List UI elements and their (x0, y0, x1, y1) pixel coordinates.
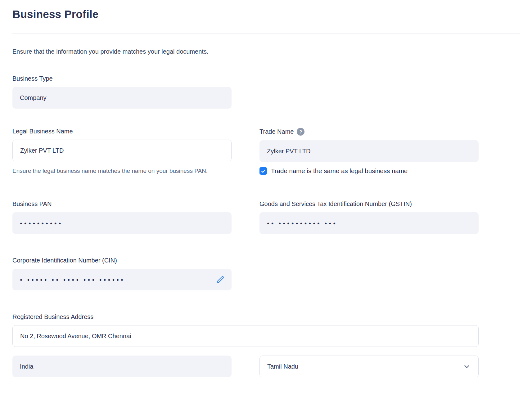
trade-name-value: Zylker PVT LTD (267, 148, 310, 155)
names-row: Legal Business Name Zylker PVT LTD Ensur… (12, 128, 520, 176)
business-type-section: Business Type Company (12, 75, 520, 109)
page-title: Business Profile (12, 0, 520, 20)
trade-name-checkbox-row: Trade name is the same as legal business… (259, 167, 479, 175)
same-as-legal-checkbox[interactable] (259, 167, 267, 175)
gstin-field: ●● ●●●●●●●●●● ●●● (259, 212, 479, 234)
business-profile-page: Business Profile Ensure that the informa… (0, 0, 532, 377)
pencil-icon (216, 276, 224, 284)
business-type-value: Company (20, 94, 47, 101)
bottom-scroll-fade (0, 377, 532, 399)
registered-address-value: No 2, Rosewood Avenue, OMR Chennai (20, 333, 131, 340)
cin-edit-button[interactable] (216, 276, 224, 284)
chevron-down-icon (463, 362, 471, 370)
intro-text: Ensure that the information you provide … (12, 48, 520, 55)
business-pan-label: Business PAN (12, 200, 232, 208)
registered-address-input[interactable]: No 2, Rosewood Avenue, OMR Chennai (12, 325, 479, 347)
business-type-field: Company (12, 87, 232, 109)
business-type-label: Business Type (12, 75, 520, 82)
cin-masked-value: ● ●●●●● ●● ●●●● ●●● ●●●●●● (20, 277, 125, 282)
gstin-masked-value: ●● ●●●●●●●●●● ●●● (267, 221, 337, 226)
country-field: India (12, 356, 232, 377)
legal-business-name-group: Legal Business Name Zylker PVT LTD Ensur… (12, 128, 232, 176)
cin-label: Corporate Identification Number (CIN) (12, 257, 520, 264)
checkmark-icon (261, 168, 266, 174)
legal-name-helper-text: Ensure the legal business name matches t… (12, 166, 213, 176)
state-value: Tamil Nadu (267, 363, 298, 370)
registered-address-label: Registered Business Address (12, 313, 520, 321)
tax-ids-row: Business PAN ●●●●●●●●●● Goods and Servic… (12, 200, 520, 234)
trade-name-group: Trade Name ? Zylker PVT LTD Trade name i… (259, 128, 479, 175)
help-icon[interactable]: ? (297, 128, 304, 136)
header-divider (12, 34, 520, 34)
legal-business-name-label: Legal Business Name (12, 128, 232, 135)
business-pan-masked-value: ●●●●●●●●●● (20, 221, 63, 226)
registered-address-section: Registered Business Address No 2, Rosewo… (12, 313, 520, 347)
legal-business-name-value: Zylker PVT LTD (20, 147, 64, 154)
cin-field: ● ●●●●● ●● ●●●● ●●● ●●●●●● (12, 269, 232, 290)
country-state-row: India Tamil Nadu (12, 356, 520, 377)
cin-section: Corporate Identification Number (CIN) ● … (12, 257, 520, 290)
trade-name-label-row: Trade Name ? (259, 128, 479, 136)
state-select[interactable]: Tamil Nadu (259, 356, 479, 377)
question-mark-glyph: ? (299, 129, 302, 134)
trade-name-field: Zylker PVT LTD (259, 140, 479, 162)
business-pan-group: Business PAN ●●●●●●●●●● (12, 200, 232, 234)
business-pan-field: ●●●●●●●●●● (12, 212, 232, 234)
gstin-group: Goods and Services Tax Identification Nu… (259, 200, 479, 234)
trade-name-label: Trade Name (259, 128, 294, 135)
country-value: India (20, 363, 33, 370)
gstin-label: Goods and Services Tax Identification Nu… (259, 200, 479, 208)
legal-business-name-input[interactable]: Zylker PVT LTD (12, 140, 232, 161)
same-as-legal-checkbox-label[interactable]: Trade name is the same as legal business… (271, 167, 408, 175)
